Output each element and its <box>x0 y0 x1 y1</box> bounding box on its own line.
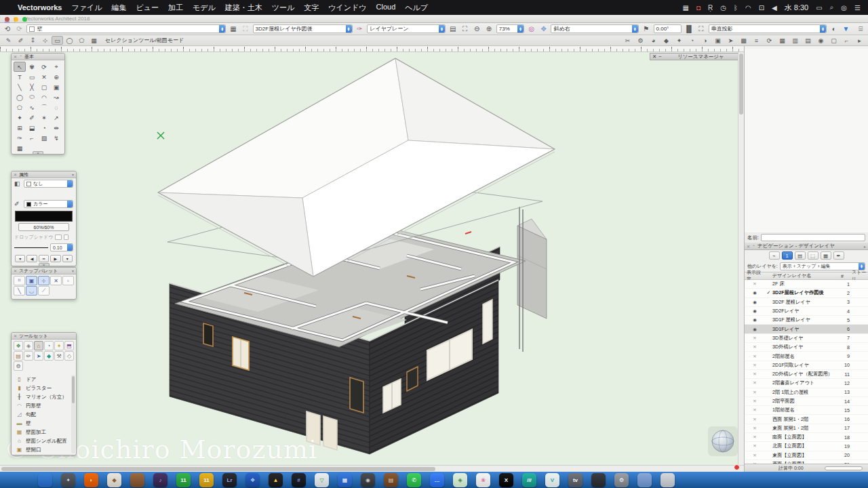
snap-intersection-icon[interactable]: ✕ <box>50 276 62 285</box>
line-weight-dropdown[interactable]: 0.10 <box>50 243 73 251</box>
layer-visibility-toggle[interactable] <box>745 363 765 368</box>
interactive-scale-icon[interactable]: ▦ <box>88 36 100 45</box>
menu-item[interactable]: 加工 <box>168 3 183 13</box>
app-menu[interactable]: Vectorworks <box>18 3 62 12</box>
battery-icon[interactable]: ▭ <box>816 4 822 12</box>
selection-tool-icon[interactable]: ↖ <box>14 62 26 72</box>
line-tool-icon[interactable]: ╲ <box>14 82 26 92</box>
menu-item[interactable]: 編集 <box>111 3 126 13</box>
layer-row[interactable]: 2階書斎レイアウト 12 <box>745 379 868 388</box>
freehand-tool-icon[interactable]: ↝ <box>50 92 62 102</box>
menu-item[interactable]: ヘルプ <box>405 3 428 13</box>
app-grid-icon[interactable]: ▦ <box>682 4 688 12</box>
toolset-scrollbar[interactable] <box>71 375 75 453</box>
render-options-icon[interactable]: ▼ <box>842 25 851 33</box>
class-visibility-icon[interactable]: ⛶ <box>241 25 250 33</box>
category-building-icon[interactable]: ⌂ <box>34 341 43 350</box>
spline-tool-icon[interactable]: ∿ <box>26 102 38 113</box>
dock-prism-app-icon[interactable]: ▲ <box>269 473 283 487</box>
dock-itunes-icon[interactable]: ♪ <box>153 473 167 487</box>
dock-dark-app-icon[interactable] <box>591 473 606 487</box>
layer-visibility-icon[interactable]: ⛶ <box>460 25 470 33</box>
new-document-icon[interactable]: ▢ <box>828 36 840 45</box>
render-history-icon[interactable]: ◔ <box>686 36 698 45</box>
status-scrollbar-thumb[interactable] <box>825 466 863 470</box>
image-tool-icon[interactable]: ▨ <box>38 133 50 143</box>
rotate-plan-icon[interactable]: ⚑ <box>642 25 651 33</box>
camera-view-icon[interactable]: ▣ <box>712 36 724 45</box>
expand-toolbar-icon[interactable]: ▸ <box>854 36 865 45</box>
mullion-tool[interactable]: ╂ マリオン（方立） <box>13 392 71 401</box>
layer-visibility-toggle[interactable] <box>745 317 765 323</box>
close-icon[interactable]: ✕ <box>14 268 17 273</box>
layer-dropdown[interactable]: 3D2F屋根レイヤ作図後▲▼ <box>253 24 353 33</box>
category-3d-icon[interactable]: ◆ <box>44 351 54 361</box>
layer-row[interactable]: 3D1Fレイヤ 6 <box>745 325 868 333</box>
input-source-icon[interactable]: Ṛ <box>708 4 713 12</box>
layer-row[interactable]: 1階部屋名 15 <box>745 406 868 415</box>
layer-table-header[interactable]: 表示設定 デザインレイヤ名 # ストーリ <box>745 272 868 280</box>
blob-tool-icon[interactable]: ✦ <box>14 113 26 123</box>
layer-row[interactable]: 3D2F屋根レイヤ作図後 2 <box>745 289 868 298</box>
siri-icon[interactable]: ◎ <box>841 4 847 12</box>
circle-tool-icon[interactable]: ◯ <box>14 92 26 102</box>
dock-photos-flower-icon[interactable]: ❀ <box>476 473 490 487</box>
column-layer-name[interactable]: デザインレイヤ名 <box>765 272 841 279</box>
delete-tool-icon[interactable]: ✕ <box>38 72 50 82</box>
pen-style-dropdown[interactable]: カラー <box>24 200 73 208</box>
polyline-tool-icon[interactable]: ⌒ <box>38 102 50 113</box>
rounded-rect-tool-icon[interactable]: ▣ <box>50 82 62 92</box>
section-pane-icon[interactable]: ▩ <box>738 36 749 45</box>
layer-visibility-toggle[interactable] <box>745 417 765 422</box>
layer-visibility-toggle[interactable] <box>745 281 765 287</box>
lighting-options-icon[interactable]: ✦ <box>673 36 685 45</box>
class-dropdown[interactable]: 壁▲▼ <box>26 24 226 33</box>
zoom-out-icon[interactable]: ⊖ <box>472 25 481 33</box>
double-line-icon[interactable]: ⁑ <box>27 36 39 45</box>
category-machine-icon[interactable]: ⚒ <box>54 351 64 361</box>
category-annotation-icon[interactable]: ✏ <box>24 351 33 361</box>
snap-object-icon[interactable]: ▣ <box>26 276 37 285</box>
close-icon[interactable]: ✕ <box>14 333 17 338</box>
layer-visibility-toggle[interactable] <box>745 390 765 395</box>
snap-angle-icon[interactable]: ⊹ <box>38 276 50 285</box>
dock-launchpad-icon[interactable]: ✦ <box>61 473 75 487</box>
layer-row[interactable]: 東面【立面図】 20 <box>745 451 868 460</box>
menu-item[interactable]: モデル <box>193 3 216 13</box>
layer-options-icon[interactable]: ▤ <box>448 25 458 33</box>
snap-distance-icon[interactable]: ▫ <box>62 276 74 285</box>
layer-visibility-toggle[interactable] <box>745 300 765 305</box>
wall-symbol-tool[interactable]: ⌂ 壁面シンボル配置 <box>13 436 71 445</box>
layer-row[interactable]: 3D基礎レイヤ 7 <box>745 334 868 343</box>
marker-start-button[interactable]: ◀ <box>26 255 37 262</box>
layer-visibility-toggle[interactable] <box>745 308 765 314</box>
palette-resize-nub[interactable]: ◂▸ <box>39 263 50 266</box>
snap-grid-icon[interactable]: ⌗ <box>14 276 25 285</box>
dock-x-app-icon[interactable]: X <box>499 473 513 487</box>
round-wall-tool[interactable]: ◠ 円形壁 <box>13 401 71 410</box>
marker-end-button[interactable]: ▶ <box>50 255 60 262</box>
opengl-options-icon[interactable]: ◕ <box>648 36 659 45</box>
rotate-3d-icon[interactable]: ⟳ <box>764 36 775 45</box>
renderworks-style-icon[interactable]: ◆ <box>660 36 672 45</box>
vertical-scrollbar-thumb[interactable] <box>739 54 743 115</box>
other-layers-dropdown[interactable]: 表示＋スナップ＋編集▲▼ <box>780 262 865 270</box>
plane-dropdown[interactable]: レイヤプレーン▲▼ <box>367 24 446 33</box>
collapse-icon[interactable]: − <box>658 54 661 60</box>
menu-item[interactable]: ウインドウ <box>328 3 366 13</box>
column-number[interactable]: # <box>841 274 852 279</box>
pen-icon[interactable]: ✐ <box>15 36 26 45</box>
dock-folder-icon[interactable] <box>637 473 652 487</box>
opacity-button[interactable]: 60%/60% <box>18 223 69 231</box>
category-walls-icon[interactable]: ❖ <box>14 341 23 350</box>
split-view-icon[interactable]: ▐▌ <box>684 25 694 33</box>
flyover-tool-icon[interactable]: ➤ <box>725 36 736 45</box>
clock-tool-icon[interactable]: ◔ <box>38 123 50 133</box>
close-icon[interactable]: ✕ <box>14 172 17 177</box>
menu-icon[interactable]: ▸ <box>864 244 866 249</box>
dock-slashes-app-icon[interactable]: /// <box>522 473 536 487</box>
menu-item[interactable]: ビュー <box>136 3 159 13</box>
search-icon[interactable]: ⌕ <box>830 3 834 12</box>
dock-apple-tv-icon[interactable]: tv <box>568 473 583 487</box>
dock-lightroom-icon[interactable]: Lr <box>222 473 237 487</box>
